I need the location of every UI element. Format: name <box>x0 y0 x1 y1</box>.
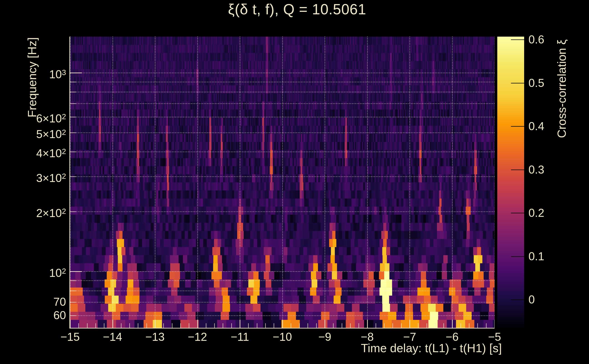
y-tick-label: 6×102 <box>0 111 66 124</box>
colorbar <box>497 37 524 328</box>
plot-area <box>69 37 495 329</box>
x-tick-label: −12 <box>175 330 220 344</box>
y-tick-label: 3×102 <box>0 170 66 184</box>
x-tick-label: −14 <box>90 330 135 344</box>
y-tick-label: 2×102 <box>0 205 66 219</box>
colorbar-tick-label: 0.5 <box>529 77 579 89</box>
x-tick-label: −13 <box>132 330 178 344</box>
heatmap-canvas <box>70 37 495 328</box>
colorbar-canvas <box>497 37 524 328</box>
y-tick-label: 4×102 <box>0 146 66 159</box>
colorbar-tick-label: 0.2 <box>529 207 579 219</box>
y-tick-label: 70 <box>0 296 66 308</box>
colorbar-tick-label: 0.6 <box>529 34 579 46</box>
colorbar-tick-label: 0 <box>529 294 579 306</box>
x-tick-label: −11 <box>217 330 263 344</box>
figure: ξ(δ t, f), Q = 10.5061 Frequency [Hz] 10… <box>0 0 589 364</box>
chart-title: ξ(δ t, f), Q = 10.5061 <box>70 1 524 18</box>
y-tick-label: 102 <box>0 265 66 279</box>
x-tick-label: −15 <box>47 330 93 344</box>
y-tick-label: 103 <box>0 67 66 80</box>
colorbar-tick-label: 0.1 <box>529 250 579 262</box>
y-tick-label: 5×102 <box>0 126 66 140</box>
x-axis-title: Time delay: t(L1) - t(H1) [s] <box>296 341 502 355</box>
colorbar-tick-label: 0.3 <box>529 164 579 176</box>
y-tick-label: 60 <box>0 309 66 321</box>
colorbar-tick-label: 0.4 <box>529 120 579 132</box>
